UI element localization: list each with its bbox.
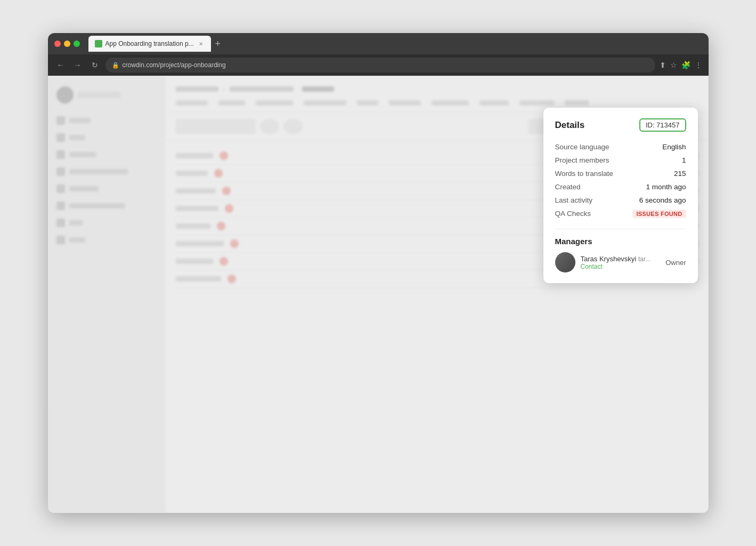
detail-label: Words to translate [555, 167, 623, 180]
detail-value: 6 seconds ago [623, 194, 686, 207]
maximize-button[interactable] [74, 41, 80, 47]
manager-name: Taras Kryshevskyi tar... [581, 255, 661, 263]
details-popup: Details ID: 713457 Source language Engli… [543, 108, 698, 283]
active-tab[interactable]: App Onboarding translation p... ✕ [88, 36, 211, 52]
address-bar: ← → ↻ 🔒 crowdin.com/project/app-onboardi… [48, 54, 709, 76]
title-bar: App Onboarding translation p... ✕ + [48, 33, 709, 54]
manager-avatar-image [555, 252, 575, 272]
url-bar[interactable]: 🔒 crowdin.com/project/app-onboarding [105, 58, 655, 73]
tab-close-button[interactable]: ✕ [197, 40, 205, 47]
detail-label: Project members [555, 154, 623, 167]
managers-section: Managers Taras Kryshevskyi tar... Contac… [555, 237, 686, 272]
url-text: crowdin.com/project/app-onboarding [123, 61, 226, 69]
lock-icon: 🔒 [112, 62, 119, 69]
back-button[interactable]: ← [54, 59, 67, 71]
detail-row-source-language: Source language English [555, 140, 686, 154]
close-button[interactable] [54, 41, 61, 47]
manager-avatar [555, 252, 575, 272]
detail-label: Created [555, 180, 623, 194]
browser-window: App Onboarding translation p... ✕ + ← → … [48, 33, 709, 513]
project-id-badge: ID: 713457 [639, 118, 686, 132]
tab-title: App Onboarding translation p... [105, 40, 194, 47]
more-icon[interactable]: ⋮ [695, 61, 702, 69]
extensions-icon[interactable]: 🧩 [681, 61, 690, 69]
detail-value: 1 [623, 154, 686, 167]
refresh-button[interactable]: ↻ [88, 59, 101, 71]
share-icon[interactable]: ⬆ [660, 61, 666, 69]
detail-value: English [623, 140, 686, 154]
manager-name-short: tar... [638, 255, 651, 263]
traffic-lights [54, 41, 80, 47]
forward-button[interactable]: → [71, 59, 84, 71]
managers-title: Managers [555, 237, 686, 246]
detail-row-members: Project members 1 [555, 154, 686, 167]
new-tab-button[interactable]: + [213, 38, 223, 50]
detail-label-qa-checks: QA Checks [555, 207, 623, 220]
tab-bar: App Onboarding translation p... ✕ + [88, 36, 702, 52]
main-content: › [48, 76, 709, 513]
popup-title: Details [555, 120, 585, 131]
detail-row-last-activity: Last activity 6 seconds ago [555, 194, 686, 207]
manager-role: Owner [665, 259, 686, 267]
manager-row: Taras Kryshevskyi tar... Contact Owner [555, 252, 686, 272]
divider [555, 229, 686, 229]
browser-actions: ⬆ ☆ 🧩 ⋮ [660, 61, 702, 69]
detail-value: 215 [623, 167, 686, 180]
minimize-button[interactable] [64, 41, 70, 47]
detail-value: 1 month ago [623, 180, 686, 194]
bookmark-icon[interactable]: ☆ [670, 61, 677, 69]
popup-header: Details ID: 713457 [555, 118, 686, 132]
detail-value-qa-checks: ISSUES FOUND [623, 207, 686, 220]
issues-found-badge: ISSUES FOUND [632, 210, 686, 218]
manager-contact-link[interactable]: Contact [581, 263, 661, 270]
details-table: Source language English Project members … [555, 140, 686, 220]
manager-info: Taras Kryshevskyi tar... Contact [581, 255, 661, 270]
detail-label: Last activity [555, 194, 623, 207]
tab-favicon [95, 40, 102, 47]
detail-label: Source language [555, 140, 623, 154]
detail-row-qa-checks: QA Checks ISSUES FOUND [555, 207, 686, 220]
detail-row-words: Words to translate 215 [555, 167, 686, 180]
detail-row-created: Created 1 month ago [555, 180, 686, 194]
